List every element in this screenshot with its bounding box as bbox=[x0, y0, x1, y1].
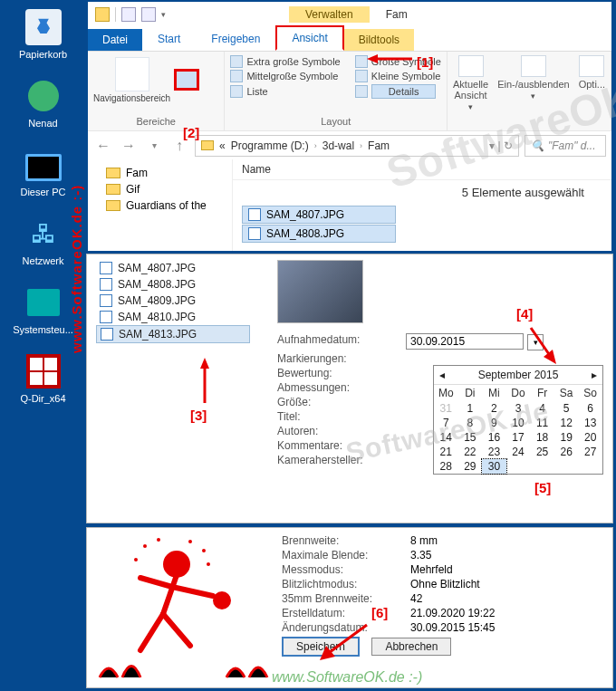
desktop-qdir[interactable]: Q-Dir_x64 bbox=[9, 353, 77, 404]
recent-locations-button[interactable]: ▾ bbox=[144, 136, 164, 156]
save-button[interactable]: Speichern bbox=[282, 637, 360, 657]
meta-key: Kamerahersteller: bbox=[277, 454, 395, 466]
calendar-day[interactable]: 21 bbox=[434, 445, 458, 459]
titlebar[interactable]: ▾ Verwalten Fam bbox=[88, 2, 611, 27]
breadcrumb[interactable]: Programme (D:) bbox=[231, 139, 309, 152]
calendar-day[interactable]: 13 bbox=[578, 416, 602, 430]
calendar-day[interactable]: 3 bbox=[506, 401, 531, 416]
back-button[interactable]: ← bbox=[93, 136, 113, 156]
tree-item[interactable]: Guardians of the bbox=[93, 197, 226, 214]
calendar-day[interactable]: 11 bbox=[530, 416, 554, 430]
desktop-network[interactable]: 🖧 Netzwerk bbox=[9, 216, 77, 266]
calendar-popup[interactable]: ◂ September 2015 ▸ MoDiMiDoFrSaSo3112345… bbox=[433, 365, 603, 475]
calendar-day[interactable]: 17 bbox=[506, 430, 531, 445]
meta-key: Erstelldatum: bbox=[282, 607, 399, 619]
tree-item[interactable]: Fam bbox=[93, 165, 226, 181]
calendar-day[interactable]: 4 bbox=[530, 401, 554, 416]
column-header-name[interactable]: Name bbox=[233, 159, 611, 180]
meta-value: Mehrfeld bbox=[410, 563, 453, 576]
calendar-day[interactable]: 31 bbox=[434, 401, 458, 416]
list-item[interactable]: SAM_4809.JPG bbox=[96, 293, 250, 309]
cancel-button[interactable]: Abbrechen bbox=[371, 638, 451, 656]
calendar-day[interactable]: 15 bbox=[458, 430, 483, 445]
calendar-day[interactable]: 9 bbox=[482, 416, 506, 430]
navigation-pane-button[interactable] bbox=[115, 57, 149, 91]
breadcrumb[interactable]: Fam bbox=[368, 139, 390, 152]
details-pane-button[interactable] bbox=[174, 69, 199, 91]
tab-file[interactable]: Datei bbox=[88, 29, 142, 51]
list-item[interactable]: SAM_4810.JPG bbox=[96, 309, 250, 325]
file-item[interactable]: SAM_4807.JPG bbox=[242, 206, 396, 224]
calendar-day[interactable]: 22 bbox=[458, 445, 483, 459]
desktop-user[interactable]: Nenad bbox=[9, 78, 77, 129]
date-taken-field[interactable]: 30.09.2015 bbox=[406, 333, 524, 350]
next-month-button[interactable]: ▸ bbox=[592, 369, 597, 381]
search-icon: 🔍 bbox=[531, 139, 544, 152]
folder-icon bbox=[95, 7, 110, 22]
address-bar[interactable]: « Programme (D:)› 3d-wal› Fam ▾ | ↻ bbox=[195, 135, 519, 157]
list-item[interactable]: SAM_4808.JPG bbox=[96, 276, 250, 293]
qat-button[interactable] bbox=[121, 7, 136, 22]
list-item[interactable]: SAM_4813.JPG bbox=[96, 325, 250, 343]
date-picker-button[interactable]: ▾ bbox=[527, 334, 544, 350]
qat-button[interactable] bbox=[141, 7, 156, 22]
qat-chevron-icon[interactable]: ▾ bbox=[161, 10, 166, 19]
calendar-dow: Mo bbox=[434, 385, 458, 401]
desktop-this-pc[interactable]: Dieser PC bbox=[9, 147, 77, 197]
calendar-day[interactable]: 1 bbox=[458, 401, 483, 416]
calendar-day[interactable]: 18 bbox=[530, 430, 554, 445]
calendar-day[interactable]: 30 bbox=[482, 459, 506, 474]
calendar-day[interactable]: 12 bbox=[554, 416, 579, 430]
folder-icon bbox=[106, 168, 120, 178]
desktop-label: Dieser PC bbox=[20, 187, 65, 197]
tab-share[interactable]: Freigeben bbox=[196, 27, 275, 51]
meta-key: Brennweite: bbox=[282, 534, 399, 547]
calendar-day[interactable]: 10 bbox=[506, 416, 531, 430]
calendar-day[interactable]: 27 bbox=[578, 445, 602, 459]
view-details[interactable]: Details bbox=[355, 84, 441, 99]
jpg-icon bbox=[248, 208, 261, 221]
forward-button[interactable]: → bbox=[119, 136, 139, 156]
calendar-day[interactable]: 26 bbox=[554, 445, 579, 459]
show-hide-button[interactable]: Ein-/ausblenden▾ bbox=[497, 55, 570, 101]
desktop-recycle-bin[interactable]: Papierkorb bbox=[9, 9, 77, 60]
folder-tree[interactable]: Fam Gif Guardians of the bbox=[88, 159, 233, 251]
file-item[interactable]: SAM_4808.JPG bbox=[242, 225, 396, 243]
view-extra-large[interactable]: Extra große Symbole bbox=[230, 55, 340, 68]
calendar-day[interactable]: 20 bbox=[578, 430, 602, 445]
meta-key: 35mm Brennweite: bbox=[282, 592, 399, 605]
prev-month-button[interactable]: ◂ bbox=[439, 369, 445, 381]
details-panel: SAM_4807.JPG SAM_4808.JPG SAM_4809.JPG S… bbox=[86, 254, 613, 523]
calendar-day[interactable]: 23 bbox=[482, 445, 506, 459]
jpg-icon bbox=[100, 278, 112, 291]
calendar-day[interactable]: 5 bbox=[554, 401, 579, 416]
calendar-dow: Di bbox=[458, 385, 483, 401]
calendar-day[interactable]: 24 bbox=[506, 445, 531, 459]
calendar-day[interactable]: 14 bbox=[434, 430, 458, 445]
breadcrumb[interactable]: 3d-wal bbox=[322, 139, 354, 152]
calendar-day[interactable]: 7 bbox=[434, 416, 458, 430]
section-label: Bereiche bbox=[93, 116, 218, 127]
current-view-button[interactable]: Aktuelle Ansicht▾ bbox=[453, 55, 488, 111]
calendar-day[interactable]: 29 bbox=[458, 459, 483, 474]
calendar-day[interactable]: 19 bbox=[554, 430, 579, 445]
calendar-day[interactable]: 6 bbox=[578, 401, 602, 416]
calendar-day[interactable]: 25 bbox=[530, 445, 554, 459]
view-large[interactable]: Große Symbole bbox=[355, 55, 441, 68]
options-button[interactable]: Opti... bbox=[579, 55, 605, 90]
view-small[interactable]: Kleine Symbole bbox=[355, 70, 441, 82]
view-list[interactable]: Liste bbox=[230, 84, 340, 99]
tree-item[interactable]: Gif bbox=[93, 181, 226, 197]
tab-view[interactable]: Ansicht bbox=[275, 25, 343, 51]
view-medium[interactable]: Mittelgroße Symbole bbox=[230, 70, 340, 82]
list-item[interactable]: SAM_4807.JPG bbox=[96, 260, 250, 276]
calendar-day[interactable]: 28 bbox=[434, 459, 458, 474]
calendar-day[interactable]: 2 bbox=[482, 401, 506, 416]
search-input[interactable]: 🔍 "Fam" d... bbox=[525, 135, 606, 157]
up-button[interactable]: ↑ bbox=[169, 136, 189, 156]
calendar-day[interactable]: 8 bbox=[458, 416, 483, 430]
calendar-day[interactable]: 16 bbox=[482, 430, 506, 445]
tab-picture-tools[interactable]: Bildtools bbox=[344, 29, 414, 51]
tab-start[interactable]: Start bbox=[142, 27, 196, 51]
desktop-control-panel[interactable]: Systemsteu... bbox=[9, 284, 77, 335]
